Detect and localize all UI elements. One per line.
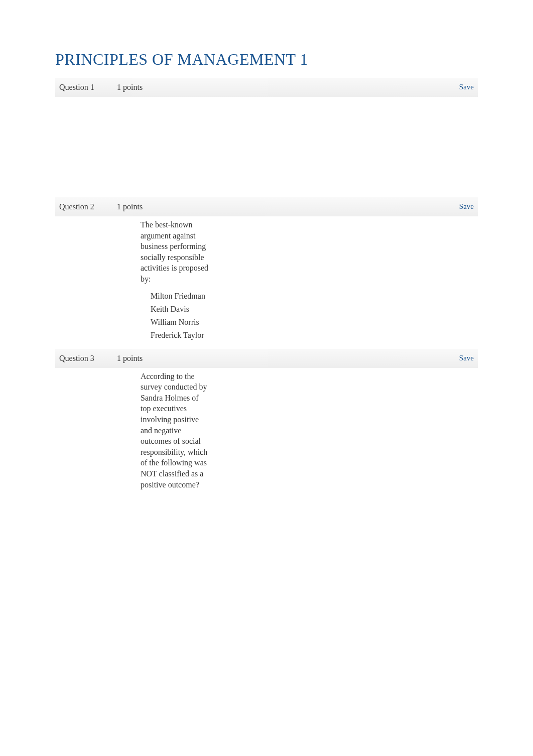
question-2-points: 1 points: [113, 199, 147, 214]
question-2-option-4[interactable]: Frederick Taylor: [151, 329, 478, 342]
question-3-text: According to the survey conducted by San…: [113, 368, 213, 495]
question-2-option-3[interactable]: William Norris: [151, 316, 478, 329]
question-2-options: Milton Friedman Keith Davis William Norr…: [113, 290, 478, 349]
question-2-option-2[interactable]: Keith Davis: [151, 303, 478, 316]
question-3-save-link[interactable]: Save: [443, 351, 478, 365]
question-1: Question 1 1 points Save: [55, 78, 478, 197]
page-title: PRINCIPLES OF MANAGEMENT 1: [55, 50, 478, 69]
question-3: Question 3 1 points Save According to th…: [55, 349, 478, 495]
question-1-label: Question 1: [55, 80, 113, 95]
question-2-option-1[interactable]: Milton Friedman: [151, 290, 478, 303]
question-3-points: 1 points: [113, 351, 147, 366]
question-2: Question 2 1 points Save The best-known …: [55, 197, 478, 349]
question-2-text: The best-known argument against business…: [113, 216, 213, 290]
question-3-label: Question 3: [55, 351, 113, 366]
question-2-label: Question 2: [55, 199, 113, 214]
question-2-save-link[interactable]: Save: [443, 199, 478, 214]
question-1-save-link[interactable]: Save: [443, 80, 478, 94]
question-1-points: 1 points: [113, 80, 147, 95]
